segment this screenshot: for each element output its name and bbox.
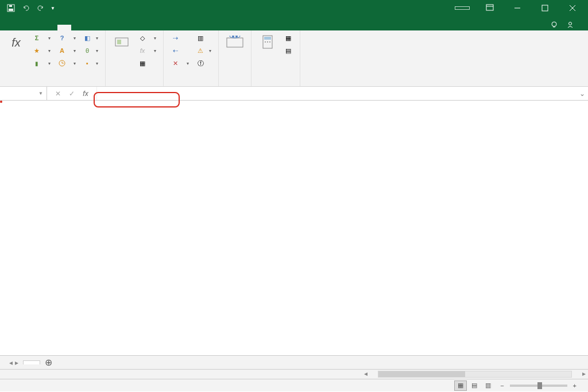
name-manager-button[interactable] (110, 32, 133, 55)
group-library-label (5, 83, 100, 86)
enter-icon[interactable]: ✓ (67, 89, 77, 99)
zoom-out-icon[interactable]: − (500, 382, 504, 389)
lookup-button[interactable]: ◧▾ (80, 32, 100, 44)
trace-precedents-button[interactable]: ⇢ (168, 32, 191, 44)
formula-bar: ▼ ✕ ✓ fx ⌄ (0, 87, 588, 101)
expand-formulabar-icon[interactable]: ⌄ (577, 90, 588, 98)
eval-icon: ⓕ (196, 59, 205, 68)
tab-help[interactable] (113, 25, 126, 30)
datetime-button[interactable]: ▾ (55, 57, 78, 69)
bulb-icon (550, 21, 558, 29)
create-from-selection-button[interactable]: ▦ (136, 57, 158, 69)
svg-point-24 (267, 41, 268, 43)
name-box[interactable]: ▼ (0, 87, 47, 100)
sheet-tab[interactable] (23, 360, 40, 364)
error-check-button[interactable]: ⚠▾ (194, 45, 214, 56)
text-icon: A (57, 46, 67, 55)
zoom-in-icon[interactable]: + (573, 382, 577, 389)
calc-sheet-button[interactable]: ▤ (281, 45, 295, 56)
insert-function-button[interactable]: fx (5, 32, 28, 55)
watch-icon (226, 33, 244, 52)
svg-rect-3 (486, 5, 493, 10)
tab-file[interactable] (2, 25, 16, 30)
money-icon: ▮ (32, 59, 41, 68)
use-in-formula-button[interactable]: fx▾ (136, 45, 158, 56)
tab-review[interactable] (85, 25, 99, 30)
remove-icon: ✕ (171, 59, 180, 68)
page-layout-icon[interactable]: ▤ (468, 381, 481, 391)
tab-data[interactable] (71, 25, 85, 30)
lookup-icon: ◧ (83, 33, 92, 43)
group-calc-label (256, 83, 295, 86)
calc-now-button[interactable]: ▦ (281, 32, 295, 44)
define-name-button[interactable]: ◇▾ (136, 32, 158, 44)
star-icon: ★ (32, 46, 41, 55)
horizontal-scrollbar[interactable]: ◂ ▸ (0, 369, 588, 379)
group-audit-label (168, 83, 214, 86)
svg-point-18 (230, 36, 240, 38)
fx-icon: fx (7, 33, 25, 52)
evaluate-button[interactable]: ⓕ (194, 57, 214, 69)
add-sheet-icon[interactable]: ⊕ (40, 357, 57, 368)
highlight-result-cell (0, 101, 2, 103)
calc-options-button[interactable] (256, 32, 279, 55)
login-button[interactable] (455, 6, 470, 10)
normal-view-icon[interactable]: ▦ (454, 381, 467, 391)
grid-icon: ▦ (138, 59, 147, 68)
share-icon (566, 21, 574, 29)
calc-sheet-icon: ▤ (284, 46, 293, 55)
minimize-icon[interactable] (504, 0, 531, 16)
recent-button[interactable]: ★▾ (30, 45, 53, 56)
tab-prev-icon[interactable]: ◂ (9, 359, 13, 367)
page-break-icon[interactable]: ▥ (482, 381, 494, 391)
tab-formulas[interactable] (57, 25, 71, 30)
fx-icon[interactable]: fx (80, 89, 91, 99)
show-icon: ▥ (196, 33, 205, 43)
zoom-slider[interactable] (510, 385, 567, 387)
undo-icon[interactable] (21, 3, 31, 13)
tab-view[interactable] (99, 25, 113, 30)
show-formulas-button[interactable]: ▥ (194, 32, 214, 44)
tab-home[interactable] (16, 25, 30, 30)
svg-point-11 (569, 22, 572, 25)
clock-icon (57, 59, 67, 68)
tag-icon: ◇ (138, 33, 147, 43)
logical-button[interactable]: ?▾ (55, 32, 78, 44)
autosum-button[interactable]: Σ▾ (30, 32, 53, 44)
remove-arrows-button[interactable]: ✕▾ (168, 57, 191, 69)
save-icon[interactable] (6, 3, 16, 13)
math-button[interactable]: θ▾ (80, 45, 100, 56)
close-icon[interactable] (559, 0, 586, 16)
svg-point-25 (269, 41, 270, 43)
dependents-icon: ⇠ (171, 46, 180, 55)
redo-icon[interactable] (36, 3, 46, 13)
more-button[interactable]: ▪▾ (80, 57, 100, 69)
warning-icon: ⚠ (196, 46, 205, 55)
share-button[interactable] (566, 21, 578, 29)
name-manager-icon (113, 33, 131, 52)
fx-small-icon: fx (138, 46, 147, 55)
watch-window-button[interactable] (223, 32, 246, 55)
sigma-icon: Σ (32, 33, 41, 43)
svg-rect-17 (227, 38, 243, 47)
svg-rect-2 (9, 5, 12, 7)
tab-insert[interactable] (30, 25, 44, 30)
trace-dependents-button[interactable]: ⇠ (168, 45, 191, 56)
titlebar: ▼ (0, 0, 588, 16)
svg-point-19 (232, 36, 234, 37)
financial-button[interactable]: ▮▾ (30, 57, 53, 69)
tab-layout[interactable] (44, 25, 57, 30)
tab-next-icon[interactable]: ▸ (15, 359, 18, 367)
trace-icon: ⇢ (171, 33, 180, 43)
svg-rect-16 (117, 40, 121, 44)
more-icon: ▪ (83, 59, 92, 68)
calc-now-icon: ▦ (284, 33, 293, 43)
tell-me[interactable] (550, 21, 562, 29)
text-button[interactable]: A▾ (55, 45, 78, 56)
cancel-icon[interactable]: ✕ (53, 89, 63, 99)
ribbon-options-icon[interactable] (477, 0, 503, 16)
maximize-icon[interactable] (532, 0, 558, 16)
spreadsheet-grid[interactable] (0, 101, 588, 355)
group-names-label (110, 83, 158, 86)
theta-icon: θ (83, 46, 92, 55)
